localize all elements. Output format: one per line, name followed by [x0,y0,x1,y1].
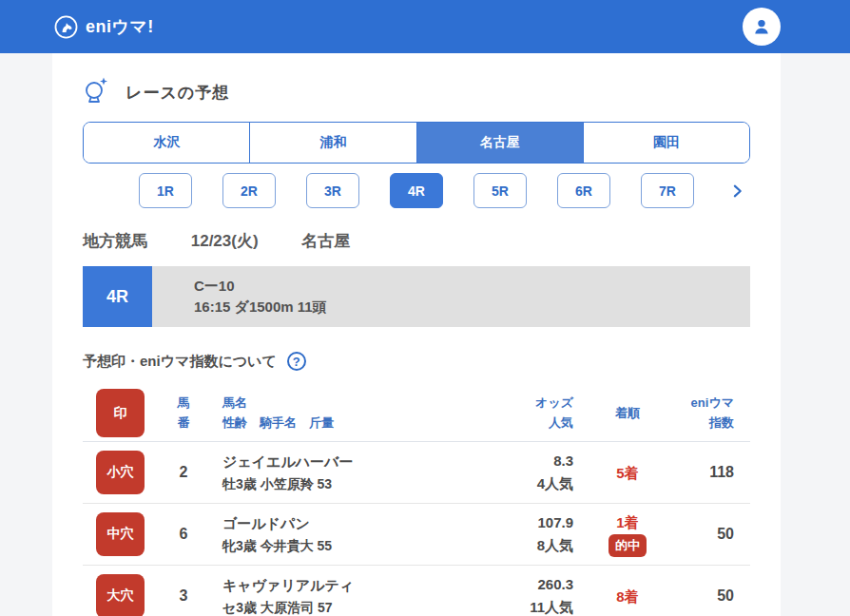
venue-tab-mizusawa[interactable]: 水沢 [84,123,249,163]
table-row: 中穴 6 ゴールドパン 牝3歳 今井貴大 55 107.9 8人気 1着 的中 … [83,504,750,566]
horse-info: ゴールドパン 牝3歳 今井貴大 55 [222,512,469,556]
race-venue: 名古屋 [301,232,350,250]
horse-info: キャヴァリアルティ セ3歳 大原浩司 57 [222,574,469,616]
rank-cell: 5着 [588,463,667,483]
race-tabs-next-button[interactable] [726,180,748,202]
header-odds: オッズ 人気 [469,394,573,432]
venue-tab-nagoya[interactable]: 名古屋 [416,123,583,163]
odds-cell: 8.3 4人気 [469,450,573,495]
odds-cell: 260.3 11人気 [469,573,573,616]
race-meta-line: 地方競馬 12/23(火) 名古屋 [83,230,750,252]
mark-badge: 中穴 [96,512,145,556]
hit-badge: 的中 [609,534,647,557]
race-tab-7r[interactable]: 7R [641,173,694,208]
horse-number: 2 [152,464,215,481]
horse-name: ジェイエルハーバー [222,451,469,473]
race-tab-2r[interactable]: 2R [222,173,276,208]
index-cell: 50 [675,526,734,543]
venue-tab-bar: 水沢 浦和 名古屋 園田 [83,122,750,164]
race-tab-bar: 1R 2R 3R 4R 5R 6R 7R [83,173,750,208]
table-row: 大穴 3 キャヴァリアルティ セ3歳 大原浩司 57 260.3 11人気 8着… [83,566,750,616]
mark-header-badge: 印 [96,389,145,437]
horse-name: ゴールドパン [222,512,469,535]
horse-number: 3 [152,587,215,605]
mark-badge: 大穴 [96,574,145,616]
horse-profile: 牡3歳 小笠原羚 53 [222,473,469,494]
horse-number: 6 [152,526,215,543]
account-button[interactable] [743,8,781,46]
race-category: 地方競馬 [83,232,147,250]
index-cell: 50 [675,587,734,605]
race-class: Cー10 [194,278,327,296]
person-icon [750,15,773,38]
app-header: eniウマ! [0,0,850,53]
page-title: レースの予想 [126,82,229,104]
race-banner: 4R Cー10 16:15 ダ1500m 11頭 [83,266,750,327]
header-index: eniウマ 指数 [675,394,734,432]
odds-cell: 107.9 8人気 [469,511,573,557]
header-horse-name: 馬名 性齢 騎手名 斤量 [222,394,469,432]
table-row: 小穴 2 ジェイエルハーバー 牡3歳 小笠原羚 53 8.3 4人気 5着 11… [83,442,750,504]
race-date: 12/23(火) [191,232,259,250]
header-mark: 印 [96,389,145,437]
prediction-table: 印 馬 番 馬名 性齢 騎手名 斤量 オッズ 人気 着順 eniウマ 指数 小穴 [83,385,750,616]
race-tab-3r[interactable]: 3R [306,173,359,208]
race-details: 16:15 ダ1500m 11頭 [194,298,327,317]
rank-cell: 8着 [588,587,667,606]
race-number-box: 4R [83,266,152,327]
help-icon[interactable]: ? [287,352,306,371]
race-tab-4r[interactable]: 4R [390,173,443,208]
horse-profile: セ3歳 大原浩司 57 [222,597,469,616]
race-tab-5r[interactable]: 5R [473,173,527,208]
venue-tab-sonoda[interactable]: 園田 [583,123,749,163]
content-card: レースの予想 水沢 浦和 名古屋 園田 1R 2R 3R 4R 5R 6R 7R… [52,53,781,616]
crystal-ball-icon [83,76,109,108]
chevron-right-icon [730,183,744,198]
horse-name: キャヴァリアルティ [222,574,469,597]
race-tab-6r[interactable]: 6R [557,173,610,208]
header-rank: 着順 [588,405,667,422]
brand-logo[interactable]: eniウマ! [54,15,154,39]
logo-text: eniウマ! [86,15,154,38]
about-row: 予想印・eniウマ指数について ? [83,352,750,371]
horse-profile: 牝3歳 今井貴大 55 [222,535,469,556]
rank-cell: 1着 的中 [588,512,667,557]
horse-logo-icon [54,15,78,39]
about-label: 予想印・eniウマ指数について [83,353,277,371]
index-cell: 118 [675,464,734,481]
venue-tab-urawa[interactable]: 浦和 [249,123,415,163]
table-header-row: 印 馬 番 馬名 性齢 騎手名 斤量 オッズ 人気 着順 eniウマ 指数 [83,385,750,442]
horse-info: ジェイエルハーバー 牡3歳 小笠原羚 53 [222,451,469,494]
race-tab-1r[interactable]: 1R [139,173,192,208]
header-horse-number: 馬 番 [152,394,215,432]
race-banner-info: Cー10 16:15 ダ1500m 11頭 [152,266,327,327]
section-heading: レースの予想 [83,76,750,108]
mark-badge: 小穴 [96,451,145,494]
